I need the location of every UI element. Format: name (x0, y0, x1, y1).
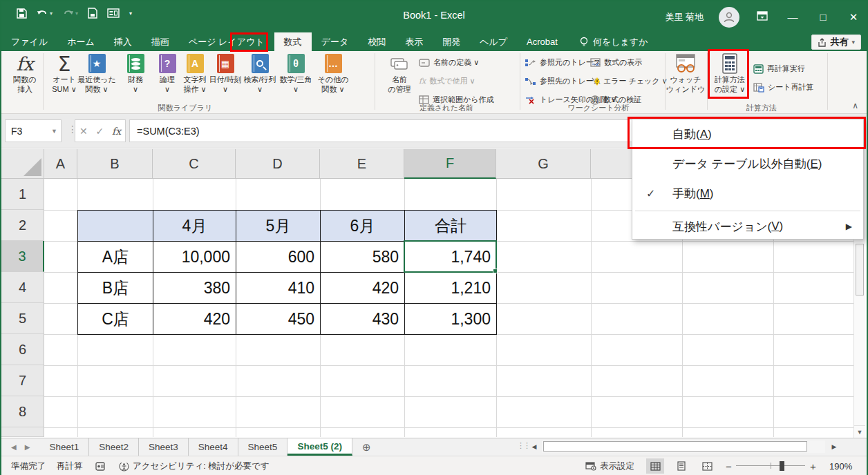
sheet-tab-sheet5[interactable]: Sheet5 (238, 438, 288, 456)
cell-E3[interactable]: 580 (321, 242, 405, 273)
menu-item-compatibility-version[interactable]: 互換性バージョン(V) ▶ (632, 213, 863, 240)
tab-acrobat[interactable]: Acrobat (517, 32, 567, 51)
display-settings-button[interactable]: 表示設定 (585, 456, 634, 475)
show-formulas-button[interactable]: 数式の表示 (590, 53, 668, 72)
close-button[interactable]: ✕ (846, 11, 861, 23)
sheet-tab-sheet4[interactable]: Sheet4 (189, 438, 238, 456)
zoom-out-button[interactable]: − (726, 456, 732, 475)
accessibility-status[interactable]: アクセシビリティ: 検討が必要です (119, 456, 270, 475)
tab-help[interactable]: ヘルプ (470, 32, 517, 51)
recent-functions-button[interactable]: ★ 最近使った関数 ∨ (77, 52, 116, 94)
col-header-f[interactable]: F (404, 149, 496, 179)
tell-me-box[interactable]: 何をしますか (580, 32, 648, 51)
col-header-d[interactable]: D (236, 149, 320, 179)
cell-D3[interactable]: 600 (236, 242, 321, 273)
name-box-caret-icon[interactable]: ▼ (51, 128, 57, 135)
macro-record-icon[interactable] (95, 456, 105, 475)
hscroll-left-icon[interactable]: ◀ (528, 440, 540, 453)
sheet-tab-sheet2[interactable]: Sheet2 (89, 438, 139, 456)
row-header-3[interactable]: 3 (1, 241, 44, 272)
cell-F3[interactable]: 1,740 (405, 242, 497, 273)
cell-C5[interactable]: 420 (153, 304, 236, 335)
name-box[interactable]: F3 ▼ (5, 119, 62, 142)
sheet-tab-sheet5-2[interactable]: Sheet5 (2) (287, 438, 352, 456)
cell-E2[interactable]: 6月 (321, 211, 405, 242)
col-header-a[interactable]: A (44, 149, 77, 179)
share-button[interactable]: 共有 ▾ (811, 35, 861, 50)
zoom-slider-thumb[interactable] (780, 461, 784, 471)
sheet-tab-sheet3[interactable]: Sheet3 (139, 438, 189, 456)
cell-D2[interactable]: 5月 (236, 211, 321, 242)
menu-item-automatic[interactable]: 自動(A) (632, 119, 863, 149)
horizontal-scrollbar[interactable] (542, 440, 825, 453)
zoom-level[interactable]: 190% (829, 456, 852, 475)
insert-function-button[interactable]: fx 関数の挿入 (6, 52, 44, 94)
tab-review[interactable]: 校閲 (358, 32, 395, 51)
col-header-b[interactable]: B (77, 149, 153, 179)
cell-C3[interactable]: 10,000 (153, 242, 236, 273)
status-calculate[interactable]: 再計算 (57, 456, 83, 475)
cell-D5[interactable]: 450 (236, 304, 321, 335)
tab-insert[interactable]: 挿入 (104, 32, 142, 51)
horizontal-scrollbar-thumb[interactable] (543, 441, 807, 452)
menu-item-manual[interactable]: ✓ 手動(M) (632, 179, 863, 209)
ribbon-display-options-icon[interactable] (755, 11, 770, 23)
name-manager-button[interactable]: 名前の管理 (380, 52, 419, 94)
tab-page-layout[interactable]: ページ レイアウト (179, 32, 274, 51)
minimize-button[interactable]: — (785, 11, 800, 23)
row-header-6[interactable]: 6 (1, 334, 44, 365)
maximize-button[interactable]: □ (815, 11, 831, 23)
row-header-7[interactable]: 7 (1, 365, 44, 396)
cell-B5[interactable]: C店 (78, 304, 153, 335)
col-header-c[interactable]: C (153, 149, 236, 179)
avatar[interactable] (719, 7, 739, 28)
tab-view[interactable]: 表示 (395, 32, 433, 51)
sheet-nav-left-icon[interactable]: ◀ (11, 443, 17, 451)
sheet-tab-sheet1[interactable]: Sheet1 (39, 438, 89, 456)
enter-icon[interactable]: ✓ (95, 126, 104, 137)
watch-window-button[interactable]: ウォッチウィンドウ (666, 52, 705, 94)
calculation-options-button[interactable]: 計算方法の設定 ∨ (710, 52, 749, 94)
error-checking-button[interactable]: エラー チェック ∨ (590, 72, 668, 90)
cell-C4[interactable]: 380 (153, 273, 236, 304)
row-header-5[interactable]: 5 (1, 303, 44, 334)
view-normal-icon[interactable] (646, 458, 664, 474)
tab-formulas[interactable]: 数式 (274, 32, 312, 51)
col-header-e[interactable]: E (320, 149, 404, 179)
vertical-scrollbar-thumb[interactable] (856, 244, 864, 295)
select-all-corner[interactable] (1, 149, 44, 179)
col-header-g[interactable]: G (496, 149, 591, 179)
cell-F5[interactable]: 1,300 (405, 304, 497, 335)
cell-B2[interactable] (78, 211, 153, 242)
menu-item-automatic-except-tables[interactable]: データ テーブル以外自動(E) (632, 149, 863, 179)
scroll-down-icon[interactable]: ▼ (854, 425, 865, 438)
tab-file[interactable]: ファイル (1, 32, 57, 51)
user-name[interactable]: 美里 菊地 (665, 11, 704, 23)
new-sheet-icon[interactable]: ⊕ (352, 438, 381, 456)
row-header-1[interactable]: 1 (1, 179, 44, 210)
cancel-icon[interactable]: ✕ (79, 126, 88, 137)
tab-home[interactable]: ホーム (57, 32, 104, 51)
row-header-4[interactable]: 4 (1, 272, 44, 303)
cell-B4[interactable]: B店 (78, 273, 153, 304)
view-page-break-icon[interactable] (698, 458, 716, 474)
cell-D4[interactable]: 410 (236, 273, 321, 304)
cell-B3[interactable]: A店 (78, 242, 153, 273)
hscroll-right-icon[interactable]: ▶ (828, 440, 840, 453)
cell-C2[interactable]: 4月 (153, 211, 236, 242)
cell-F4[interactable]: 1,210 (405, 273, 497, 304)
sheet-nav-right-icon[interactable]: ▶ (25, 443, 30, 451)
cell-E4[interactable]: 420 (321, 273, 405, 304)
lookup-reference-button[interactable]: 検索/行列∨ (240, 52, 279, 94)
tab-draw[interactable]: 描画 (142, 32, 179, 51)
cell-E5[interactable]: 430 (321, 304, 405, 335)
more-functions-button[interactable]: … その他の関数 ∨ (314, 52, 352, 94)
tab-developer[interactable]: 開発 (433, 32, 470, 51)
row-header-8[interactable]: 8 (1, 396, 44, 427)
zoom-in-button[interactable]: + (810, 456, 816, 475)
date-time-button[interactable]: ▦ 日付/時刻∨ (206, 52, 245, 94)
calculate-sheet-button[interactable]: シート再計算 (753, 78, 814, 97)
calculate-now-button[interactable]: 再計算実行 (753, 59, 814, 78)
collapse-ribbon-icon[interactable]: ∧ (852, 101, 858, 110)
insert-function-icon[interactable]: fx (112, 126, 121, 137)
